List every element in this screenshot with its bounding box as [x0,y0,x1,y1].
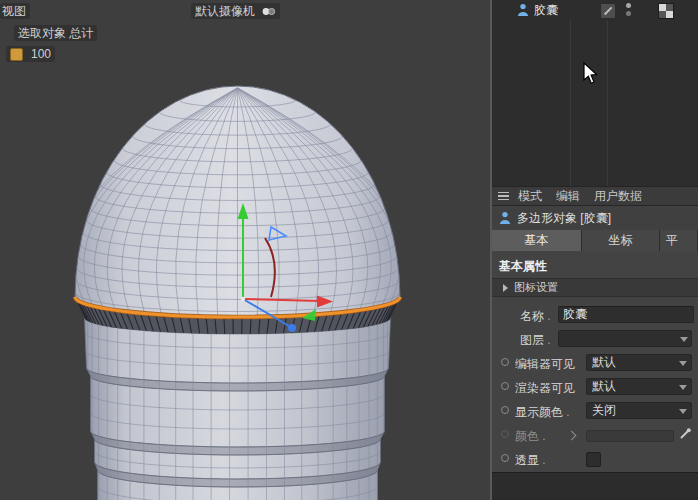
tab-object-clipped[interactable]: 平 [660,230,698,251]
capsule-model-canvas[interactable] [0,0,490,500]
color-expand-chevron[interactable] [567,431,577,441]
section-heading: 基本属性 [499,258,547,275]
name-input[interactable] [558,306,694,323]
menu-edit[interactable]: 编辑 [556,188,580,205]
name-label: 名称 [520,308,551,325]
column-divider [607,20,608,186]
viewport-view-label: 视图 [0,3,30,19]
render-visibility-label: 渲染器可见 [515,380,575,397]
panel-bottom-strip [492,472,698,500]
dropdown-caret-icon [679,361,687,366]
display-color-label: 显示颜色 [515,404,570,421]
eyedropper-icon[interactable] [678,427,692,441]
object-manager: 胶囊 [492,0,698,186]
editor-visibility-label: 编辑器可见 [515,356,575,373]
icon-settings-group[interactable]: 图标设置 [492,278,698,297]
selection-count-row: 100 [6,46,55,62]
field-row-editor-visibility: 编辑器可见 默认 [492,352,698,374]
selection-count-value: 100 [31,47,51,61]
menu-mode[interactable]: 模式 [518,188,542,205]
field-row-color: 颜色 [492,424,698,446]
capsule-body [85,318,391,500]
menu-user-data[interactable]: 用户数据 [594,188,642,205]
object-name: 胶囊 [534,2,558,19]
keyframe-ring-icon[interactable] [501,406,509,414]
attribute-tabs: 基本 坐标 平 [492,230,698,251]
gizmo-z-handle[interactable] [288,324,296,332]
icon-settings-label: 图标设置 [514,280,558,295]
attribute-title: 多边形对象 [胶囊] [517,210,611,227]
tab-basic[interactable]: 基本 [492,230,582,251]
gizmo-center[interactable] [241,297,245,301]
texture-checker-icon[interactable] [658,3,674,19]
camera-icon [261,6,276,17]
selection-type-icon [10,48,23,61]
display-color-dropdown[interactable]: 关闭 [586,402,692,419]
field-row-display-color: 显示颜色 关闭 [492,400,698,422]
camera-label: 默认摄像机 [195,4,255,18]
field-row-xray: 透显 [492,448,698,470]
editor-visibility-value: 默认 [592,354,616,371]
expand-triangle-icon [503,284,508,292]
color-swatch-disabled [586,430,674,442]
field-row-name: 名称 [492,304,698,326]
attribute-manager: 多边形对象 [胶囊] 基本 坐标 平 基本属性 图标设置 名称 图层 [492,206,698,472]
capsule-object-icon [516,3,530,17]
viewport-3d[interactable]: 视图 选取对象 总计 100 默认摄像机 [0,0,490,500]
field-row-layer: 图层 [492,328,698,350]
attribute-title-row: 多边形对象 [胶囊] [492,206,698,230]
display-color-value: 关闭 [592,402,616,419]
dropdown-caret-icon [679,385,687,390]
hamburger-menu-icon[interactable] [498,190,510,203]
app-window: 视图 选取对象 总计 100 默认摄像机 [0,0,698,500]
keyframe-ring-icon [501,430,509,438]
camera-label-row: 默认摄像机 [191,3,280,19]
editor-visibility-dropdown[interactable]: 默认 [586,354,692,371]
xray-label: 透显 [515,452,546,469]
keyframe-ring-icon[interactable] [501,454,509,462]
tab-coordinates[interactable]: 坐标 [582,230,660,251]
layer-field[interactable] [558,330,692,347]
mouse-cursor [582,62,598,90]
layer-label: 图层 [520,332,551,349]
dropdown-caret-icon [679,409,687,414]
keyframe-ring-icon[interactable] [501,382,509,390]
edit-toggle-icon[interactable] [600,3,616,19]
visibility-dots-icon[interactable] [625,2,633,18]
xray-checkbox[interactable] [586,452,601,467]
field-row-render-visibility: 渲染器可见 默认 [492,376,698,398]
column-divider [570,20,571,186]
polygon-object-icon [498,211,512,225]
attribute-menu-bar: 模式 编辑 用户数据 [492,186,698,206]
color-label: 颜色 [515,428,546,445]
render-visibility-value: 默认 [592,378,616,395]
keyframe-ring-icon[interactable] [501,358,509,366]
selection-info-label: 选取对象 总计 [14,25,97,41]
render-visibility-dropdown[interactable]: 默认 [586,378,692,395]
